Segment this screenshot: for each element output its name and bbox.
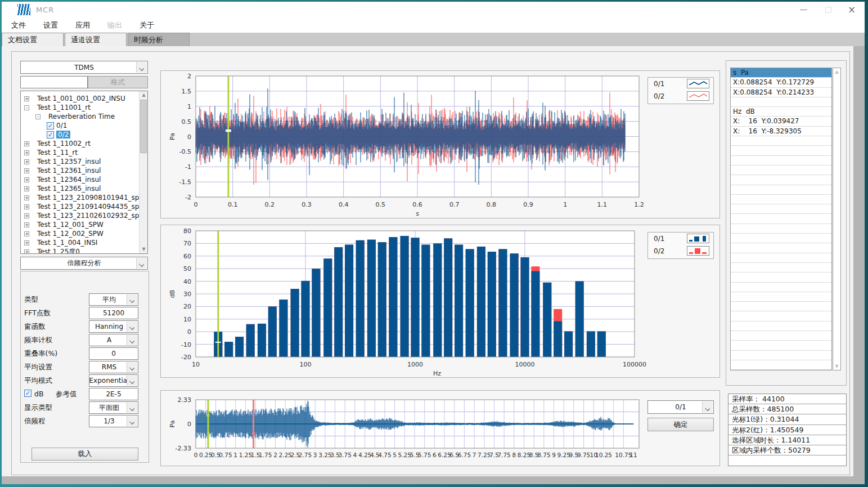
param-input-4[interactable]: 0 xyxy=(89,347,138,360)
expand-icon[interactable]: + xyxy=(24,240,29,245)
expand-icon[interactable]: + xyxy=(24,150,29,155)
tree-scrollbar[interactable]: ▲ ▼ xyxy=(139,91,147,253)
cursor-list-row[interactable]: X:0.088254 Y:0.172729 xyxy=(731,78,831,87)
expand-icon[interactable]: + xyxy=(24,204,29,209)
expand-icon[interactable]: + xyxy=(24,141,29,146)
expand-icon[interactable]: + xyxy=(24,168,29,173)
format-button[interactable]: 格式 xyxy=(88,76,148,88)
cursor-list-row[interactable] xyxy=(731,185,831,195)
param-select-8[interactable]: 平面图 xyxy=(89,401,138,414)
param-select-0[interactable]: 平均 xyxy=(89,293,138,306)
tree-item[interactable]: -Reverberation Time xyxy=(22,112,138,121)
tree-item[interactable]: +Test 1_12_001_SPW xyxy=(22,220,138,229)
menu-item-2[interactable]: 应用 xyxy=(69,19,96,32)
time-waveform-chart[interactable]: 21.510.50-0.5-1-1.5-200.10.20.30.40.50.6… xyxy=(161,71,719,221)
menu-item-3[interactable]: 输出 xyxy=(101,19,128,32)
tree-item[interactable]: ✓0/1 xyxy=(22,121,138,130)
tree-item[interactable]: +Test 1_25度0 xyxy=(22,247,138,254)
filter-input[interactable] xyxy=(20,76,88,88)
cursor-values-list[interactable]: s PaX:0.088254 Y:0.172729X:0.088254 Y:0.… xyxy=(730,68,832,370)
tree-item[interactable]: +Test 1_123_210908101941_spw xyxy=(22,193,138,202)
scroll-down-icon[interactable]: ▼ xyxy=(833,364,840,369)
maximize-button[interactable] xyxy=(816,2,840,18)
param-select-6[interactable]: Exponential xyxy=(89,374,138,387)
cursor-list-row[interactable] xyxy=(731,283,831,292)
expand-icon[interactable]: + xyxy=(24,231,29,236)
tree-item[interactable]: +Test 1_11_rt xyxy=(22,148,138,157)
cursor-list-row[interactable]: X: 16 Y:-8.329305 xyxy=(731,127,831,136)
tree-item[interactable]: +Test 1_123_210914094435_spw xyxy=(22,202,138,211)
tree-item[interactable]: +Test 1_11002_rt xyxy=(22,139,138,148)
minimize-button[interactable] xyxy=(791,2,815,18)
collapse-icon[interactable]: - xyxy=(24,105,29,110)
cursor-list-row[interactable] xyxy=(731,351,831,360)
channel-checkbox[interactable]: ✓ xyxy=(47,122,54,129)
analysis-type-combobox[interactable]: 倍频程分析 xyxy=(20,257,148,270)
cursor-list-row[interactable] xyxy=(731,136,831,146)
cursor-list-row[interactable]: Hz dB xyxy=(731,107,831,117)
cursor-list-row[interactable] xyxy=(731,253,831,263)
tree-item[interactable]: +Test 1_12361_insul xyxy=(22,166,138,175)
scroll-up-icon[interactable]: ▲ xyxy=(140,91,148,99)
tree-item[interactable]: ✓0/2 xyxy=(22,130,138,139)
tab-document-settings[interactable]: 文档设置 xyxy=(2,33,64,46)
cursor-list-row[interactable] xyxy=(731,263,831,272)
scroll-up-icon[interactable]: ▲ xyxy=(833,69,840,74)
tree-item[interactable]: +Test 1_12357_insul xyxy=(22,157,138,166)
expand-icon[interactable]: + xyxy=(24,96,29,101)
param-input-1[interactable]: 51200 xyxy=(89,307,138,319)
param-select-3[interactable]: A xyxy=(89,334,138,346)
tree-item[interactable]: +Test 1_123_211026102932_spw xyxy=(22,211,138,220)
tree-item[interactable]: +Test 1_12_002_SPW xyxy=(22,229,138,238)
expand-icon[interactable]: + xyxy=(24,195,29,200)
third-octave-spectrum-chart[interactable]: 80706050403020100-10-2010100100010000100… xyxy=(161,225,719,380)
close-button[interactable]: × xyxy=(840,2,863,18)
cursor-list-row[interactable] xyxy=(731,341,831,350)
tree-scrollbar-thumb[interactable] xyxy=(140,100,147,153)
collapse-icon[interactable]: - xyxy=(35,114,41,119)
cursor-list-row[interactable] xyxy=(731,331,831,341)
cursor-list-row[interactable] xyxy=(731,195,831,204)
cursor-list-row[interactable] xyxy=(731,204,831,214)
menu-item-4[interactable]: 关于 xyxy=(133,19,160,32)
tab-time-frequency-analysis[interactable]: 时频分析 xyxy=(128,33,190,46)
cursor-list-row[interactable] xyxy=(731,243,831,253)
param-input-7[interactable]: 2E-5 xyxy=(89,388,138,400)
expand-icon[interactable]: + xyxy=(24,213,29,218)
cursor-list-row[interactable] xyxy=(731,146,831,155)
tree-item[interactable]: +Test 1_1_004_INSI xyxy=(22,238,138,247)
tree-item[interactable]: +Test 1_12365_insul xyxy=(22,184,138,193)
scroll-down-icon[interactable]: ▼ xyxy=(140,245,148,253)
full-record-waveform-chart[interactable]: 2.330-2.3300.250.50.7511.251.51.7522.252… xyxy=(161,391,719,468)
channel-select-combobox[interactable]: 0/1 xyxy=(647,400,714,414)
cursor-list-scrollbar[interactable]: ▲ ▼ xyxy=(833,68,841,370)
tree-item[interactable]: +Test 1_001_001_002_INSU xyxy=(22,94,138,103)
expand-icon[interactable]: + xyxy=(24,249,29,254)
cursor-list-row[interactable] xyxy=(731,360,831,370)
cursor-list-row[interactable] xyxy=(731,97,831,107)
param-select-9[interactable]: 1/3 xyxy=(89,415,138,427)
tab-channel-settings[interactable]: 通道设置 xyxy=(65,33,127,46)
cursor-list-row[interactable] xyxy=(731,302,831,311)
menu-item-1[interactable]: 设置 xyxy=(37,19,64,32)
load-button[interactable]: 载入 xyxy=(32,448,138,461)
param-select-5[interactable]: RMS xyxy=(89,361,138,373)
cursor-list-row[interactable] xyxy=(731,166,831,175)
menu-item-0[interactable]: 文件 xyxy=(5,19,32,32)
file-format-combobox[interactable]: TDMS xyxy=(20,61,148,74)
cursor-list-row[interactable] xyxy=(731,214,831,224)
expand-icon[interactable]: + xyxy=(24,177,29,182)
cursor-list-row[interactable] xyxy=(731,234,831,243)
confirm-button[interactable]: 确定 xyxy=(647,418,714,431)
expand-icon[interactable]: + xyxy=(24,159,29,164)
cursor-list-row[interactable] xyxy=(731,311,831,321)
cursor-list-row[interactable]: s Pa xyxy=(731,68,831,78)
channel-checkbox[interactable]: ✓ xyxy=(47,131,54,138)
cursor-list-row[interactable] xyxy=(731,175,831,185)
cursor-list-row[interactable]: X:0.088254 Y:0.214233 xyxy=(731,88,831,97)
expand-icon[interactable]: + xyxy=(24,222,29,227)
tree-item[interactable]: +Test 1_12364_insul xyxy=(22,175,138,184)
cursor-list-row[interactable] xyxy=(731,156,831,166)
cursor-list-row[interactable] xyxy=(731,321,831,331)
param-select-2[interactable]: Hanning xyxy=(89,320,138,333)
